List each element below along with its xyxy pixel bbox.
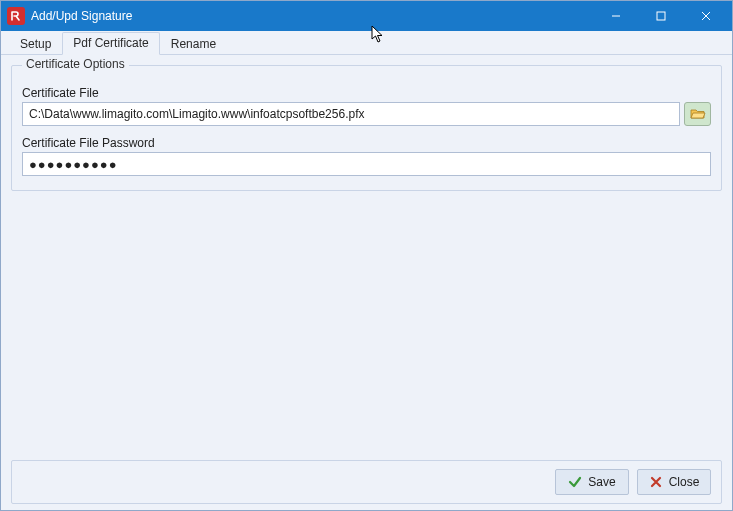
titlebar: Add/Upd Signature <box>1 1 732 31</box>
browse-button[interactable] <box>684 102 711 126</box>
app-icon <box>7 7 25 25</box>
certificate-password-row: ●●●●●●●●●● <box>22 152 711 176</box>
svg-rect-1 <box>657 12 665 20</box>
dialog-window: Add/Upd Signature Setup Pdf Certificate … <box>0 0 733 511</box>
tab-rename[interactable]: Rename <box>160 33 227 55</box>
tab-setup[interactable]: Setup <box>9 33 62 55</box>
save-button[interactable]: Save <box>555 469 629 495</box>
certificate-password-input[interactable]: ●●●●●●●●●● <box>22 152 711 176</box>
window-title: Add/Upd Signature <box>31 9 132 23</box>
maximize-button[interactable] <box>638 1 683 31</box>
folder-open-icon <box>690 107 706 121</box>
certificate-file-row <box>22 102 711 126</box>
close-window-button[interactable] <box>683 1 728 31</box>
certificate-options-group: Certificate Options Certificate File Cer… <box>11 65 722 191</box>
tab-content: Certificate Options Certificate File Cer… <box>1 55 732 460</box>
close-button[interactable]: Close <box>637 469 711 495</box>
tabs-bar: Setup Pdf Certificate Rename <box>1 31 732 55</box>
minimize-button[interactable] <box>593 1 638 31</box>
groupbox-title: Certificate Options <box>22 57 129 71</box>
certificate-file-input[interactable] <box>22 102 680 126</box>
save-label: Save <box>588 475 615 489</box>
window-controls <box>593 1 728 31</box>
certificate-file-label: Certificate File <box>22 86 711 100</box>
certificate-password-label: Certificate File Password <box>22 136 711 150</box>
close-label: Close <box>669 475 700 489</box>
check-icon <box>568 475 582 489</box>
tab-pdf-certificate[interactable]: Pdf Certificate <box>62 32 159 55</box>
close-icon <box>649 475 663 489</box>
footer-bar: Save Close <box>11 460 722 504</box>
